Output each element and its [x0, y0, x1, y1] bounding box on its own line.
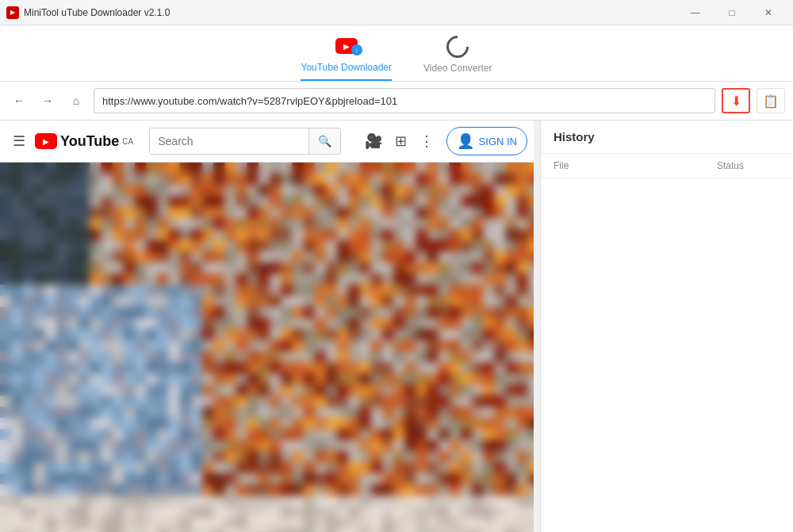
video-converter-label: Video Converter	[423, 63, 492, 74]
video-converter-icon	[445, 34, 470, 59]
youtube-sign-in-button[interactable]: 👤 SIGN IN	[446, 127, 527, 155]
clipboard-button[interactable]: 📋	[757, 88, 785, 113]
history-status-column: Status	[717, 160, 780, 171]
browser-panel: ☰ YouTubeCA 🔍 🎥 ⊞ ⋮ 👤 SIGN IN	[0, 121, 541, 532]
close-button[interactable]: ✕	[750, 0, 787, 25]
scrollbar[interactable]	[534, 163, 540, 532]
title-bar: MiniTool uTube Downloader v2.1.0 — □ ✕	[0, 0, 793, 25]
back-button[interactable]: ←	[8, 90, 30, 112]
home-button[interactable]: ⌂	[65, 90, 87, 112]
youtube-logo-icon	[35, 133, 57, 149]
youtube-downloader-tab[interactable]: ↓ YouTube Downloader	[301, 33, 392, 81]
forward-button[interactable]: →	[36, 90, 59, 112]
address-bar: ← → ⌂ ⬇ 📋	[0, 82, 793, 121]
app-logo-icon	[6, 6, 19, 19]
toolbar: ↓ YouTube Downloader Video Converter	[0, 25, 793, 82]
history-title: History	[554, 130, 780, 144]
download-button[interactable]: ⬇	[722, 88, 750, 113]
history-header: History	[541, 121, 793, 154]
video-content	[0, 163, 540, 532]
history-panel: History File Status	[541, 121, 793, 532]
youtube-logo-text: YouTube	[60, 133, 119, 150]
youtube-downloader-icon: ↓	[334, 33, 359, 59]
video-thumbnail	[0, 163, 540, 532]
youtube-search-bar: 🔍	[149, 128, 341, 155]
app-title: MiniTool uTube Downloader v2.1.0	[24, 7, 170, 18]
youtube-downloader-label: YouTube Downloader	[301, 62, 392, 73]
title-bar-left: MiniTool uTube Downloader v2.1.0	[6, 6, 170, 19]
hamburger-menu-button[interactable]: ☰	[13, 132, 25, 150]
history-body	[541, 178, 793, 532]
maximize-button[interactable]: □	[714, 0, 750, 25]
history-file-column: File	[554, 160, 717, 171]
youtube-search-input[interactable]	[150, 128, 308, 154]
minimize-button[interactable]: —	[677, 0, 714, 25]
youtube-logo: YouTubeCA	[35, 133, 133, 150]
youtube-video-camera-button[interactable]: 🎥	[365, 132, 382, 150]
sign-in-label: SIGN IN	[479, 136, 517, 147]
youtube-apps-button[interactable]: ⊞	[395, 132, 407, 150]
youtube-logo-country: CA	[122, 137, 133, 146]
history-columns: File Status	[541, 154, 793, 178]
url-input[interactable]	[94, 88, 715, 113]
user-icon: 👤	[457, 132, 474, 150]
title-bar-controls: — □ ✕	[677, 0, 787, 25]
main-content: ☰ YouTubeCA 🔍 🎥 ⊞ ⋮ 👤 SIGN IN	[0, 121, 793, 532]
youtube-more-button[interactable]: ⋮	[419, 132, 434, 150]
scroll-thumb[interactable]	[534, 166, 539, 213]
youtube-search-button[interactable]: 🔍	[308, 128, 340, 154]
youtube-header: ☰ YouTubeCA 🔍 🎥 ⊞ ⋮ 👤 SIGN IN	[0, 121, 540, 163]
youtube-header-icons: 🎥 ⊞ ⋮ 👤 SIGN IN	[365, 127, 527, 155]
video-converter-tab[interactable]: Video Converter	[423, 34, 492, 80]
